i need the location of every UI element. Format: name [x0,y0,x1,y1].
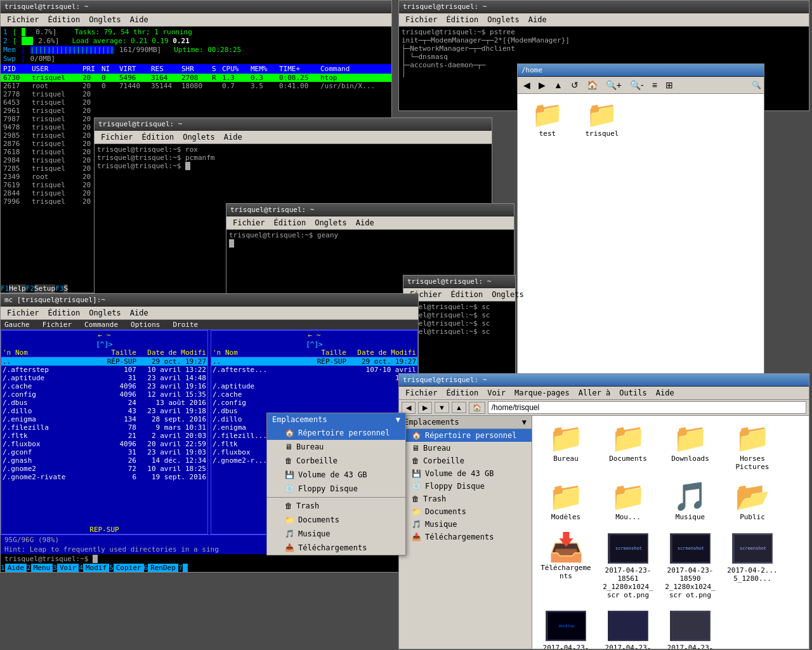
forward-button[interactable]: ▶ [535,78,549,92]
list-item[interactable]: screenshot 2017-04-23-18561 2_1280x1024_… [599,530,657,603]
list-item[interactable]: 📁 Mou... [599,479,657,524]
sidebar-item-trash[interactable]: 🗑 Trash [399,493,532,505]
sidebar-item-documents[interactable]: 📁 Documents [399,505,532,518]
list-item[interactable]: screenshot 2017-04-2... 5_1280... [724,530,781,603]
dropdown-item-corbeille[interactable]: 🗑 Corbeille [267,454,405,468]
back-button[interactable]: ◀ [520,78,534,92]
fn2[interactable]: 2Menu [27,564,53,572]
sidebar-item-telechargements[interactable]: 📥 Téléchargements [399,531,532,543]
mc-menu-fichier[interactable]: Fichier [43,321,72,329]
menu-voir[interactable]: Voir [483,388,509,398]
menu-fichier[interactable]: Fichier [402,15,442,25]
list-item[interactable]: 📂 Public [724,479,781,524]
address-input[interactable] [488,401,806,414]
dropdown-item-documents[interactable]: 📁 Documents [267,513,405,527]
sidebar-item-home[interactable]: 🏠 Répertoire personnel [399,429,532,442]
zoom-in-button[interactable]: 🔍+ [603,78,625,92]
menu-aide[interactable]: Aide [652,388,678,398]
back-button[interactable]: ◀ [402,402,416,414]
list-item[interactable]: desktop 2017-04-23-19241 7_1280x1024_scr [537,607,594,649]
menu-onglets[interactable]: Onglets [85,308,125,318]
menu-onglets[interactable]: Onglets [85,15,125,25]
menu-fichier[interactable]: Fichier [229,218,269,228]
menu-aide[interactable]: Aide [352,218,378,228]
list-item[interactable]: 🎵 Musique [662,479,719,524]
list-item[interactable]: 📁 trisquel [580,102,624,138]
home-btn[interactable]: 🏠 [584,78,601,92]
sidebar-item-volume[interactable]: 💾 Volume de 43 GB [399,467,532,480]
menu-edition[interactable]: Édition [44,15,84,25]
list-item[interactable]: 📁 test [525,102,570,138]
menu-edition[interactable]: Édition [44,308,84,318]
mc-inner-menubar[interactable]: Gauche Fichier Commande Options Droite [1,320,418,330]
sidebar-item-bureau[interactable]: 🖥 Bureau [399,442,532,454]
list-item[interactable]: screenshot 2017-04-23-18590 2_1280x1024_… [662,530,719,603]
htop-menubar[interactable]: Fichier Édition Onglets Aide [1,13,391,27]
menu-outils[interactable]: Outils [615,388,650,398]
refresh-button[interactable]: ↺ [568,78,582,92]
menu-aide[interactable]: Aide [126,15,152,25]
mc-menu-options[interactable]: Options [131,321,160,329]
menu-onglets[interactable]: Onglets [179,132,219,142]
term2-menubar[interactable]: Fichier Édition Onglets Aide [95,131,492,144]
menu-fichier[interactable]: Fichier [3,15,43,25]
fm-emplacements-header[interactable]: Emplacements ▼ [399,416,532,429]
menu-fichier[interactable]: Fichier [3,308,43,318]
dropdown-item-bureau[interactable]: 🖥 Bureau [267,440,405,454]
menu-onglets[interactable]: Onglets [483,15,523,25]
home-btn[interactable]: 🏠 [469,402,485,414]
up-button[interactable]: ▲ [452,402,466,413]
view-grid[interactable]: ⊞ [662,78,676,92]
dropdown-item-home[interactable]: 🏠 Répertoire personnel [267,426,405,440]
sidebar-item-corbeille[interactable]: 🗑 Corbeille [399,454,532,467]
fn3[interactable]: 3Voir [53,564,79,572]
list-item[interactable]: 2017-04-23-19280 0_1280x1024_scr [599,607,657,649]
list-item[interactable]: 📁 Horses Pictures [724,421,781,474]
dropdown-item-telechargements[interactable]: 📥 Téléchargements [267,541,405,555]
list-item[interactable]: 📁 Modèles [537,479,594,524]
menu-onglets[interactable]: Onglets [488,289,528,300]
fn7[interactable]: 7 [178,564,188,572]
sidebar-item-musique[interactable]: 🎵 Musique [399,518,532,531]
term3-menubar[interactable]: Fichier Édition Onglets Aide [226,216,514,230]
term4-menubar[interactable]: Fichier Édition Onglets [403,288,515,302]
list-item[interactable]: 📁 Bureau [537,421,594,474]
menu-edition[interactable]: Édition [443,388,483,398]
dropdown-item-volume[interactable]: 💾 Volume de 43 GB [267,468,405,482]
menu-fichier[interactable]: Fichier [97,132,137,142]
fm-toolbar[interactable]: ◀ ▶ ▼ ▲ 🏠 [399,400,809,416]
list-item[interactable]: 📁 Documents [599,421,657,474]
menu-marquepages[interactable]: Marque-pages [511,388,573,398]
fn5[interactable]: 5Copier [109,564,143,572]
view-list[interactable]: ≡ [649,78,660,92]
mc-menubar-outer[interactable]: Fichier Édition Onglets Aide [1,307,418,320]
list-item[interactable]: 📥 Téléchargements [537,530,594,603]
up-button[interactable]: ▲ [551,78,566,92]
pstree-menubar[interactable]: Fichier Édition Onglets Aide [399,13,809,27]
dropdown-item-trash[interactable]: 🗑 Trash [267,499,405,513]
list-item[interactable]: 📁 Downloads [662,421,719,474]
mc-menu-droite[interactable]: Droite [173,321,198,329]
menu-aide[interactable]: Aide [220,132,246,142]
zoom-out-button[interactable]: 🔍- [627,78,647,92]
mc-fn-bar[interactable]: 1Aide 2Menu 3Voir 4Modif 5Copier 6RenDep… [1,564,418,572]
menu-onglets[interactable]: Onglets [311,218,351,228]
menu-edition[interactable]: Édition [447,289,487,300]
menu-allera[interactable]: Aller à [575,388,615,398]
dropdown-item-musique[interactable]: 🎵 Musique [267,527,405,541]
menu-fichier[interactable]: Fichier [402,388,442,398]
menu-aide[interactable]: Aide [525,15,551,25]
fn6[interactable]: 6RenDep [144,564,178,572]
menu-edition[interactable]: Édition [138,132,178,142]
dropdown-item-floppy[interactable]: 💿 Floppy Disque [267,482,405,496]
list-item[interactable]: 2017-04-23-19292 5_1280x1024_scr [662,607,719,649]
menu-edition[interactable]: Édition [443,15,483,25]
down-button[interactable]: ▼ [435,402,449,413]
sidebar-item-floppy[interactable]: 💿 Floppy Disque [399,480,532,493]
fn4[interactable]: 4Modif [79,564,109,572]
forward-button[interactable]: ▶ [418,402,432,414]
menu-aide[interactable]: Aide [126,308,152,318]
fm-menubar[interactable]: Fichier Édition Voir Marque-pages Aller … [399,387,809,400]
mc-menu-commande[interactable]: Commande [84,321,118,329]
menu-edition[interactable]: Édition [270,218,310,228]
